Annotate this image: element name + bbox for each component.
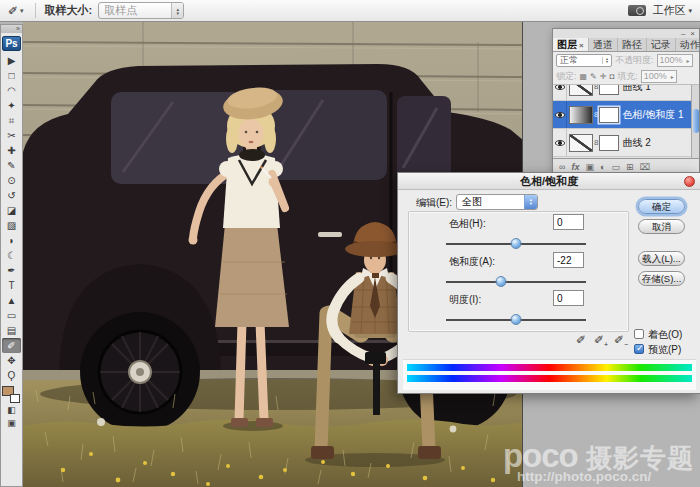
tool-blur[interactable]: ◗: [2, 233, 21, 248]
watermark-suffix: 摄影专题: [578, 443, 694, 473]
tool-history-brush[interactable]: ↺: [2, 188, 21, 203]
tool-preset-caret-icon[interactable]: ▾: [20, 7, 24, 15]
layer-mask-thumbnail[interactable]: [599, 84, 619, 95]
eyedropper-add-icon[interactable]: ✐+: [594, 333, 608, 348]
lightness-input[interactable]: [553, 290, 584, 306]
tool-slice[interactable]: ✂: [2, 128, 21, 143]
layer-style-icon[interactable]: fx: [571, 162, 579, 172]
screen-mode-button[interactable]: ▣: [7, 417, 16, 430]
tab-layers[interactable]: 图层×: [553, 38, 589, 51]
hue-slider-thumb[interactable]: [511, 238, 522, 249]
tool-eraser[interactable]: ◪: [2, 203, 21, 218]
saturation-slider[interactable]: [446, 281, 586, 283]
load-button[interactable]: 载入(L)...: [638, 251, 685, 266]
new-adjustment-icon[interactable]: ◐: [600, 162, 605, 172]
layer-mask-thumbnail[interactable]: [599, 107, 619, 123]
fill-label: 填充:: [617, 70, 638, 83]
tool-rect-marquee[interactable]: □: [2, 68, 21, 83]
tool-gradient[interactable]: ▨: [2, 218, 21, 233]
new-group-icon[interactable]: ▭: [611, 162, 620, 172]
lightness-slider-thumb[interactable]: [511, 314, 522, 325]
toolbar-collapse[interactable]: »: [1, 25, 22, 33]
tool-crop[interactable]: ⌗: [2, 113, 21, 128]
opacity-field[interactable]: 100%▸: [657, 54, 693, 67]
saturation-slider-thumb[interactable]: [495, 276, 506, 287]
lightness-slider[interactable]: [446, 319, 586, 321]
layer-row-curves1[interactable]: 8 曲线 1: [553, 84, 699, 101]
layer-thumbnail[interactable]: [569, 84, 593, 96]
layer-mask-thumbnail[interactable]: [599, 135, 619, 151]
stepper-icon[interactable]: ▴▾: [171, 3, 183, 18]
tool-dodge[interactable]: ☾: [2, 248, 21, 263]
layer-row-huesat1[interactable]: 8 色相/饱和度 1: [553, 101, 699, 129]
workspace-icon[interactable]: [628, 5, 646, 16]
eyedropper-tool-icon[interactable]: ✐: [8, 4, 18, 18]
saturation-input[interactable]: [553, 252, 584, 268]
tab-close-icon[interactable]: ×: [579, 41, 584, 50]
color-swatches[interactable]: [2, 386, 21, 404]
tool-eyedropper[interactable]: ✐: [2, 338, 21, 353]
visibility-toggle[interactable]: [553, 84, 567, 100]
tab-channels[interactable]: 通道: [589, 38, 618, 51]
workspace-label[interactable]: 工作区: [652, 3, 685, 18]
tool-hand[interactable]: ✥: [2, 353, 21, 368]
tab-actions[interactable]: 动作: [676, 38, 700, 51]
colorize-checkbox[interactable]: [634, 329, 644, 339]
lock-transparent-icon[interactable]: ▦: [580, 72, 588, 81]
tool-notes[interactable]: ▤: [2, 323, 21, 338]
dialog-close-icon[interactable]: [684, 176, 695, 187]
mask-link-icon[interactable]: 8: [594, 84, 598, 91]
scrollbar-thumb[interactable]: [693, 109, 699, 133]
add-mask-icon[interactable]: ▣: [585, 162, 594, 172]
hue-input[interactable]: [553, 214, 584, 230]
hue-slider[interactable]: [446, 243, 586, 245]
sample-size-select[interactable]: 取样点 ▴▾: [98, 2, 184, 19]
tool-healing-brush[interactable]: ✚: [2, 143, 21, 158]
quickmask-button[interactable]: ◧: [7, 404, 16, 417]
tab-paths[interactable]: 路径: [618, 38, 647, 51]
tool-shape[interactable]: ▭: [2, 308, 21, 323]
panel-minimize-icon[interactable]: ‒: [681, 30, 685, 38]
mask-link-icon[interactable]: 8: [594, 110, 598, 119]
lock-position-icon[interactable]: ✛: [600, 72, 607, 81]
workspace-caret-icon[interactable]: ▾: [688, 7, 692, 15]
layer-row-curves2[interactable]: 8 曲线 2: [553, 129, 699, 157]
visibility-toggle[interactable]: [553, 129, 567, 156]
delete-layer-icon[interactable]: ⌧: [639, 162, 649, 172]
tab-history[interactable]: 记录: [647, 38, 676, 51]
saturation-label: 饱和度(A):: [449, 255, 495, 269]
eye-icon: [555, 84, 565, 90]
eyedropper-sample-icon[interactable]: ✐: [576, 333, 586, 347]
fill-field[interactable]: 100%▸: [641, 70, 677, 83]
tool-zoom[interactable]: Ϙ: [2, 368, 21, 383]
tool-type[interactable]: T: [2, 278, 21, 293]
mask-link-icon[interactable]: 8: [594, 138, 598, 147]
eye-icon: [555, 112, 565, 118]
background-color-swatch[interactable]: [10, 394, 20, 403]
new-layer-icon[interactable]: ⊞: [626, 162, 634, 172]
preview-checkbox[interactable]: [634, 344, 644, 354]
tool-clone-stamp[interactable]: ⊙: [2, 173, 21, 188]
tool-pen[interactable]: ✒: [2, 263, 21, 278]
layer-list: 8 曲线 1 8 色相/饱和度 1 8 曲线 2: [553, 84, 699, 158]
panel-close-icon[interactable]: ×: [690, 30, 695, 38]
layer-thumbnail[interactable]: [569, 106, 593, 124]
link-layers-icon[interactable]: ∞: [559, 162, 565, 172]
blend-mode-select[interactable]: 正常 ▴▾: [556, 54, 612, 67]
lock-all-icon[interactable]: ◘: [609, 72, 614, 81]
layer-thumbnail[interactable]: [569, 134, 593, 152]
tool-move[interactable]: ▶: [2, 53, 21, 68]
dialog-titlebar[interactable]: 色相/饱和度: [398, 173, 700, 190]
edit-channel-select[interactable]: 全图 ▴▾: [456, 194, 538, 210]
tool-lasso[interactable]: ◠: [2, 83, 21, 98]
tool-brush[interactable]: ✎: [2, 158, 21, 173]
lock-pixels-icon[interactable]: ✎: [590, 72, 597, 81]
eyedropper-subtract-icon[interactable]: ✐−: [614, 333, 628, 348]
ok-button[interactable]: 确定: [638, 199, 685, 214]
save-button[interactable]: 存储(S)...: [638, 271, 685, 286]
tool-quick-select[interactable]: ✦: [2, 98, 21, 113]
layers-scrollbar[interactable]: [691, 85, 699, 158]
cancel-button[interactable]: 取消: [638, 219, 685, 234]
tool-path-select[interactable]: ▲: [2, 293, 21, 308]
visibility-toggle[interactable]: [553, 101, 567, 128]
